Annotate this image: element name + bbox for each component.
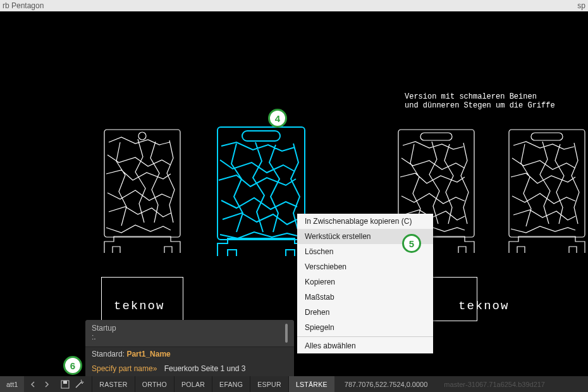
menu-mirror[interactable]: Spiegeln xyxy=(297,320,433,335)
toggle-polar[interactable]: POLAR xyxy=(174,376,212,392)
title-bar: rb Pentagon sp xyxy=(0,0,588,11)
chevron-left-icon xyxy=(30,381,35,388)
panel-drawing-selected[interactable] xyxy=(214,123,309,266)
title-right: sp xyxy=(577,1,585,10)
brand-text-1: teknow xyxy=(114,299,164,313)
tab-prev-button[interactable] xyxy=(26,377,40,392)
chevron-right-icon xyxy=(44,381,49,388)
command-prompt: Specify part name» xyxy=(92,364,157,373)
svg-point-1 xyxy=(138,132,146,140)
panel-drawing-4[interactable] xyxy=(506,126,588,262)
brand-text-2: teknow xyxy=(458,299,509,313)
hint-label: Standard: xyxy=(92,350,126,358)
menu-separator xyxy=(297,336,433,337)
tab-next-button[interactable] xyxy=(40,377,54,392)
menu-copy-clipboard[interactable]: In Zwischenablage kopieren (C) xyxy=(297,214,433,229)
coordinates-display: 787.7076,522.7524,0.0000 xyxy=(334,376,438,392)
panel-drawing-1[interactable] xyxy=(101,126,183,262)
status-bar: att1 RASTER ORTHO POLAR EFANG ESPUR LSTÄ… xyxy=(0,376,588,392)
callout-6: 6 xyxy=(63,356,82,375)
toggle-espur[interactable]: ESPUR xyxy=(250,376,288,392)
title-left: rb Pentagon xyxy=(3,1,44,10)
status-icons xyxy=(55,376,89,392)
menu-move[interactable]: Verschieben xyxy=(297,259,433,274)
toggle-lstaerke[interactable]: LSTÄRKE xyxy=(288,376,334,392)
command-panel: Startup :. Standard: Part1_Name Specify … xyxy=(85,320,294,376)
svg-rect-5 xyxy=(420,133,452,140)
build-info: master-31067.71a6254.b39d217 xyxy=(438,376,551,392)
command-input[interactable]: Feuerkorb Seite 1 und 3 xyxy=(164,364,246,373)
svg-rect-7 xyxy=(531,133,563,140)
svg-rect-9 xyxy=(63,381,67,384)
menu-copy[interactable]: Kopieren xyxy=(297,274,433,290)
command-hint[interactable]: Standard: Part1_Name xyxy=(85,346,294,361)
toggle-efang[interactable]: EFANG xyxy=(212,376,250,392)
hint-value: Part1_Name xyxy=(126,350,170,358)
menu-scale[interactable]: Maßstab xyxy=(297,290,433,305)
tab-nav xyxy=(25,376,55,392)
scrollbar-icon[interactable] xyxy=(285,324,288,343)
command-line[interactable]: Specify part name» Feuerkorb Seite 1 und… xyxy=(85,361,294,376)
command-history[interactable]: Startup :. xyxy=(85,320,294,346)
command-history-text: Startup :. xyxy=(92,324,116,341)
menu-deselect-all[interactable]: Alles abwählen xyxy=(297,338,433,353)
layout-tab[interactable]: att1 xyxy=(0,376,24,392)
annotation-text: Version mit schmaleren Beinen und dünner… xyxy=(405,92,555,110)
wand-icon[interactable] xyxy=(74,379,84,389)
save-icon[interactable] xyxy=(60,379,70,389)
menu-rotate[interactable]: Drehen xyxy=(297,305,433,320)
svg-rect-3 xyxy=(242,131,280,141)
callout-4: 4 xyxy=(268,109,287,128)
toggle-ortho[interactable]: ORTHO xyxy=(135,376,174,392)
status-toggles: RASTER ORTHO POLAR EFANG ESPUR LSTÄRKE xyxy=(92,376,334,392)
toggle-raster[interactable]: RASTER xyxy=(92,376,134,392)
callout-5: 5 xyxy=(402,234,421,253)
